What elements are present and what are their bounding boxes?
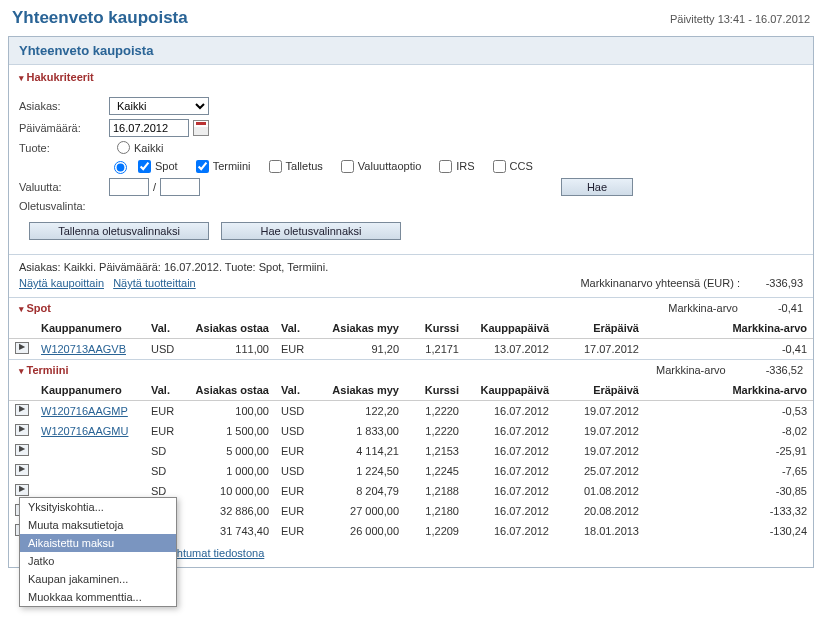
calendar-icon[interactable]: [193, 120, 209, 136]
term-section-header[interactable]: Termiini Markkina-arvo -336,52: [9, 359, 813, 380]
product-some-radio[interactable]: [114, 161, 127, 174]
col-sells: Asiakas myy: [315, 318, 405, 339]
mv-total-label: Markkinanarvo yhteensä (EUR) :: [580, 277, 740, 289]
irs-label: IRS: [456, 160, 474, 172]
date-input[interactable]: [109, 119, 189, 137]
spot-mv-label: Markkina-arvo: [668, 302, 738, 314]
table-row: W120713AAGVBUSD111,00EUR91,201,217113.07…: [9, 339, 813, 360]
defaults-label: Oletusvalinta:: [19, 200, 109, 212]
mv-total-value: -336,93: [743, 277, 803, 289]
product-label: Tuote:: [19, 142, 109, 154]
term-checkbox[interactable]: [196, 160, 209, 173]
ccs-checkbox[interactable]: [493, 160, 506, 173]
irs-checkbox[interactable]: [439, 160, 452, 173]
currency-separator: /: [149, 181, 160, 193]
col-mv: Markkina-arvo: [645, 318, 813, 339]
date-label: Päivämäärä:: [19, 122, 109, 134]
criteria-form: Asiakas: Kaikki Päivämäärä: Tuote: Kaikk…: [9, 89, 813, 254]
show-by-product-link[interactable]: Näytä tuotteittain: [113, 277, 196, 289]
summary-text: Asiakas: Kaikki. Päivämäärä: 16.07.2012.…: [9, 255, 813, 275]
row-expand-icon[interactable]: [15, 444, 29, 456]
trade-link[interactable]: W120716AAGMP: [41, 405, 128, 417]
context-menu-item[interactable]: Jatko: [20, 552, 176, 570]
context-menu-item[interactable]: Aikaistettu maksu: [20, 534, 176, 552]
term-section-name: Termiini: [19, 364, 69, 376]
fxopt-label: Valuuttaoptio: [358, 160, 421, 172]
spot-section-name: Spot: [19, 302, 51, 314]
save-defaults-button[interactable]: Tallenna oletusvalinnaksi: [29, 222, 209, 240]
updated-timestamp: Päivitetty 13:41 - 16.07.2012: [670, 13, 810, 25]
col-tradedate: Kauppapäivä: [465, 318, 555, 339]
row-expand-icon[interactable]: [15, 342, 29, 354]
customer-label: Asiakas:: [19, 100, 109, 112]
page-title: Yhteenveto kaupoista: [12, 8, 188, 28]
currency2-input[interactable]: [160, 178, 200, 196]
trade-link[interactable]: W120713AAGVB: [41, 343, 126, 355]
term-mv-value: -336,52: [766, 364, 803, 376]
product-all-label: Kaikki: [134, 142, 163, 154]
panel-title: Yhteenveto kaupoista: [9, 37, 813, 65]
spot-label: Spot: [155, 160, 178, 172]
table-row: W120716AAGMPEUR100,00USD122,201,222016.0…: [9, 401, 813, 422]
ccs-label: CCS: [510, 160, 533, 172]
term-mv-label: Markkina-arvo: [656, 364, 726, 376]
context-menu-item[interactable]: Yksityiskohtia...: [20, 498, 176, 516]
table-row: W120716AAGMUEUR1 500,00USD1 833,001,2220…: [9, 421, 813, 441]
col-buys: Asiakas ostaa: [185, 318, 275, 339]
product-all-radio[interactable]: [117, 141, 130, 154]
main-panel: Yhteenveto kaupoista Hakukriteerit Asiak…: [8, 36, 814, 568]
term-label: Termiini: [213, 160, 251, 172]
currency1-input[interactable]: [109, 178, 149, 196]
table-row: SD5 000,00EUR4 114,211,215316.07.201219.…: [9, 441, 813, 461]
fxopt-checkbox[interactable]: [341, 160, 354, 173]
context-menu-item[interactable]: Kaupan jakaminen...: [20, 570, 176, 572]
criteria-toggle[interactable]: Hakukriteerit: [9, 65, 813, 89]
customer-select[interactable]: Kaikki: [109, 97, 209, 115]
deposit-label: Talletus: [286, 160, 323, 172]
context-menu[interactable]: Yksityiskohtia...Muuta maksutietojaAikai…: [19, 497, 177, 572]
col-tradeno: Kauppanumero: [35, 318, 145, 339]
spot-table: Kauppanumero Val. Asiakas ostaa Val. Asi…: [9, 318, 813, 359]
trade-link[interactable]: W120716AAGMU: [41, 425, 128, 437]
row-expand-icon[interactable]: [15, 464, 29, 476]
row-expand-icon[interactable]: [15, 484, 29, 496]
col-valuedate: Eräpäivä: [555, 318, 645, 339]
show-by-trade-link[interactable]: Näytä kaupoittain: [19, 277, 104, 289]
col-ccy1: Val.: [145, 318, 185, 339]
table-row: SD1 000,00USD1 224,501,224516.07.201225.…: [9, 461, 813, 481]
spot-mv-value: -0,41: [778, 302, 803, 314]
row-expand-icon[interactable]: [15, 404, 29, 416]
spot-section-header[interactable]: Spot Markkina-arvo -0,41: [9, 297, 813, 318]
load-defaults-button[interactable]: Hae oletusvalinnaksi: [221, 222, 401, 240]
deposit-checkbox[interactable]: [269, 160, 282, 173]
currency-label: Valuutta:: [19, 181, 109, 193]
context-menu-item[interactable]: Muuta maksutietoja: [20, 516, 176, 534]
spot-checkbox[interactable]: [138, 160, 151, 173]
row-expand-icon[interactable]: [15, 424, 29, 436]
col-rate: Kurssi: [405, 318, 465, 339]
col-ccy2: Val.: [275, 318, 315, 339]
search-button[interactable]: Hae: [561, 178, 633, 196]
